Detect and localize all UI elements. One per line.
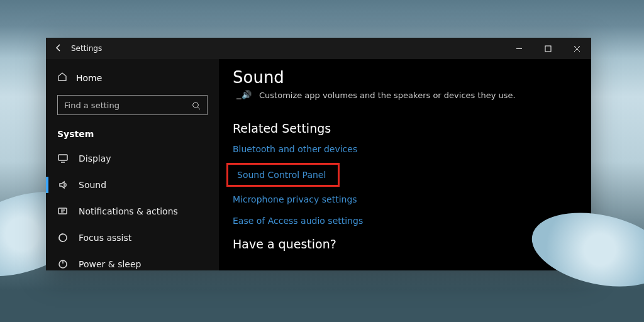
- window-title: Settings: [71, 44, 102, 53]
- related-link[interactable]: Ease of Access audio settings: [233, 216, 577, 226]
- focus-icon: [57, 233, 69, 243]
- settings-window: Settings Home System DisplaySoundNotifi: [46, 38, 591, 270]
- minimize-button[interactable]: [504, 38, 533, 59]
- sidebar-item-label: Power & sleep: [79, 259, 141, 269]
- scrollbar-thumb[interactable]: [590, 219, 591, 252]
- related-links: Bluetooth and other devicesSound Control…: [233, 144, 577, 226]
- nav-list: DisplaySoundNotifications & actionsFocus…: [46, 145, 219, 270]
- title-bar: Settings: [46, 38, 591, 59]
- svg-rect-2: [58, 155, 67, 160]
- minimize-icon: [516, 45, 523, 52]
- home-label: Home: [76, 73, 102, 83]
- related-link[interactable]: Bluetooth and other devices: [233, 144, 577, 154]
- related-link[interactable]: Sound Control Panel: [226, 163, 340, 187]
- power-icon: [57, 259, 69, 269]
- notify-icon: [57, 206, 69, 216]
- page-title: Sound: [233, 68, 577, 87]
- search-field[interactable]: [64, 101, 186, 110]
- home-icon: [57, 72, 67, 84]
- arrow-left-icon: [54, 43, 63, 52]
- sidebar-item-label: Sound: [79, 180, 106, 190]
- window-body: Home System DisplaySoundNotifications & …: [46, 59, 591, 270]
- maximize-button[interactable]: [533, 38, 562, 59]
- sound-icon: [57, 180, 69, 190]
- search-input[interactable]: [57, 95, 208, 115]
- sidebar: Home System DisplaySoundNotifications & …: [46, 59, 219, 270]
- back-button[interactable]: [46, 43, 71, 54]
- close-icon: [574, 45, 580, 52]
- svg-rect-3: [58, 208, 67, 214]
- display-icon: [57, 153, 69, 164]
- speaker-inline-icon: ⎯🔊: [236, 90, 252, 99]
- have-a-question-heading: Have a question?: [233, 237, 577, 251]
- sidebar-item-label: Display: [79, 153, 111, 164]
- related-settings-heading: Related Settings: [233, 121, 577, 135]
- window-controls: [504, 38, 591, 59]
- sidebar-item-label: Notifications & actions: [79, 206, 178, 216]
- home-button[interactable]: Home: [46, 67, 219, 89]
- main-panel: Sound ⎯🔊 Customize app volumes and the s…: [219, 59, 591, 270]
- sidebar-item-focus[interactable]: Focus assist: [46, 225, 219, 251]
- sidebar-category: System: [46, 124, 219, 145]
- volume-row: ⎯🔊 Customize app volumes and the speaker…: [236, 91, 577, 100]
- sidebar-item-sound[interactable]: Sound: [46, 172, 219, 198]
- maximize-icon: [545, 45, 552, 52]
- sidebar-item-label: Focus assist: [79, 233, 131, 243]
- svg-point-1: [193, 103, 199, 108]
- svg-point-4: [59, 234, 67, 242]
- volume-caption: Customize app volumes and the speakers o…: [259, 91, 516, 100]
- sidebar-item-power[interactable]: Power & sleep: [46, 251, 219, 270]
- svg-rect-0: [545, 46, 551, 52]
- search-icon: [192, 101, 201, 113]
- sidebar-item-display[interactable]: Display: [46, 145, 219, 172]
- sidebar-item-notify[interactable]: Notifications & actions: [46, 198, 219, 225]
- close-button[interactable]: [562, 38, 591, 59]
- related-link[interactable]: Microphone privacy settings: [233, 194, 577, 204]
